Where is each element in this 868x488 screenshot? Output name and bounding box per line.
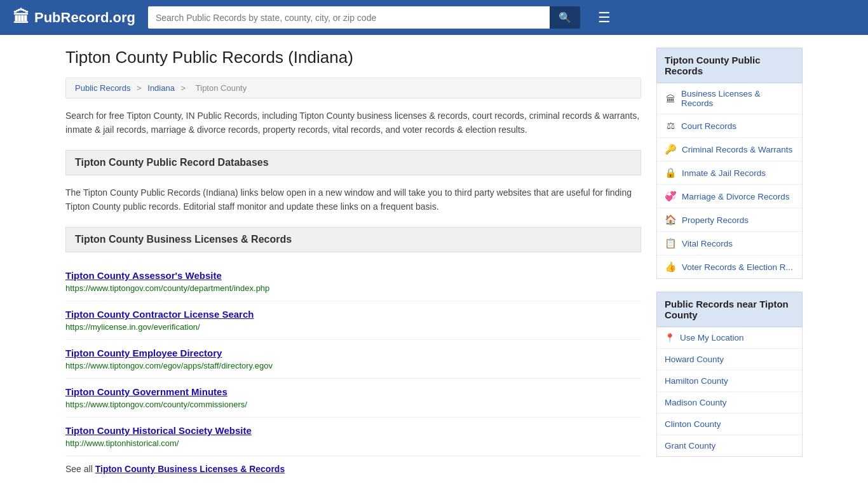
nearby-link-location[interactable]: 📍 Use My Location (657, 327, 802, 348)
nearby-section-title: Public Records near Tipton County (656, 292, 803, 327)
logo-text: PubRecord.org (34, 10, 135, 26)
record-entry-4: Tipton County Government Minutes https:/… (65, 379, 641, 417)
nearby-item-clinton: Clinton County (657, 414, 802, 435)
nearby-item-madison: Madison County (657, 392, 802, 414)
nearby-list: 📍 Use My Location Howard County Hamilton… (656, 327, 803, 457)
sidebar-item-marriage: 💞 Marriage & Divorce Records (657, 185, 802, 208)
databases-description: The Tipton County Public Records (Indian… (65, 186, 641, 214)
page-description: Search for free Tipton County, IN Public… (65, 109, 641, 137)
nearby-label-hamilton: Hamilton County (665, 376, 728, 386)
nearby-link-madison[interactable]: Madison County (657, 392, 802, 413)
nearby-label-madison: Madison County (665, 398, 727, 407)
breadcrumb-sep2: > (181, 83, 188, 93)
nearby-link-howard[interactable]: Howard County (657, 349, 802, 370)
logo-icon: 🏛 (13, 8, 29, 27)
nearby-link-hamilton[interactable]: Hamilton County (657, 370, 802, 391)
nearby-item-location: 📍 Use My Location (657, 327, 802, 349)
nearby-link-clinton[interactable]: Clinton County (657, 414, 802, 435)
sidebar-label-property: Property Records (682, 215, 749, 225)
content-area: Tipton County Public Records (Indiana) P… (65, 48, 641, 482)
record-link-2[interactable]: Tipton County Contractor License Search (65, 309, 641, 320)
record-url-4[interactable]: https://www.tiptongov.com/county/commiss… (65, 400, 247, 409)
breadcrumb-sep1: > (137, 83, 144, 93)
breadcrumb-tipton: Tipton County (196, 83, 247, 93)
breadcrumb-public-records[interactable]: Public Records (75, 83, 130, 93)
key-icon: 🔑 (665, 144, 677, 155)
house-icon: 🏠 (665, 214, 677, 226)
sidebar-link-criminal[interactable]: 🔑 Criminal Records & Warrants (657, 138, 802, 161)
sidebar-item-court: ⚖ Court Records (657, 114, 802, 138)
nearby-label-location: Use My Location (680, 333, 744, 342)
business-section-header: Tipton County Business Licenses & Record… (65, 227, 641, 252)
record-entry-1: Tipton County Assessor's Website https:/… (65, 262, 641, 301)
sidebar-label-criminal: Criminal Records & Warrants (682, 145, 792, 154)
sidebar-records-list: 🏛 Business Licenses & Records ⚖ Court Re… (656, 83, 803, 279)
sidebar-public-records-title: Tipton County Public Records (656, 48, 803, 83)
see-all-line: See all Tipton County Business Licenses … (65, 456, 641, 482)
sidebar-link-business[interactable]: 🏛 Business Licenses & Records (657, 83, 802, 114)
nearby-item-howard: Howard County (657, 349, 802, 370)
record-url-5[interactable]: http://www.tiptonhistorical.com/ (65, 438, 179, 448)
sidebar-item-property: 🏠 Property Records (657, 208, 802, 232)
scales-icon: ⚖ (665, 120, 676, 132)
page-title: Tipton County Public Records (Indiana) (65, 48, 641, 67)
sidebar-label-business: Business Licenses & Records (681, 89, 794, 108)
sidebar-label-marriage: Marriage & Divorce Records (682, 192, 790, 201)
record-entry-3: Tipton County Employee Directory https:/… (65, 340, 641, 379)
location-pin-icon: 📍 (665, 333, 675, 342)
thumbsup-icon: 👍 (665, 261, 677, 273)
record-link-1[interactable]: Tipton County Assessor's Website (65, 270, 641, 281)
record-entry-5: Tipton County Historical Society Website… (65, 417, 641, 456)
record-entry-2: Tipton County Contractor License Search … (65, 301, 641, 340)
sidebar-label-voter: Voter Records & Election R... (682, 262, 793, 272)
record-url-3[interactable]: https://www.tiptongov.com/egov/apps/staf… (65, 361, 273, 370)
sidebar-link-inmate[interactable]: 🔒 Inmate & Jail Records (657, 161, 802, 184)
search-icon: 🔍 (559, 12, 571, 23)
see-all-link[interactable]: Tipton County Business Licenses & Record… (95, 464, 285, 474)
search-bar: 🔍 (148, 6, 580, 29)
record-link-5[interactable]: Tipton County Historical Society Website (65, 425, 641, 436)
sidebar-link-voter[interactable]: 👍 Voter Records & Election R... (657, 255, 802, 278)
menu-button[interactable]: ☰ (593, 7, 616, 29)
sidebar-label-inmate: Inmate & Jail Records (682, 168, 766, 178)
site-header: 🏛 PubRecord.org 🔍 ☰ (0, 0, 868, 35)
menu-icon: ☰ (598, 10, 611, 25)
rings-icon: 💞 (665, 191, 677, 202)
sidebar-label-court: Court Records (681, 121, 736, 131)
see-all-prefix: See all (65, 464, 95, 474)
nearby-label-grant: Grant County (665, 441, 715, 451)
sidebar-link-court[interactable]: ⚖ Court Records (657, 114, 802, 137)
sidebar-item-criminal: 🔑 Criminal Records & Warrants (657, 138, 802, 161)
record-link-4[interactable]: Tipton County Government Minutes (65, 386, 641, 397)
sidebar-item-business: 🏛 Business Licenses & Records (657, 83, 802, 114)
sidebar-link-property[interactable]: 🏠 Property Records (657, 208, 802, 231)
breadcrumb: Public Records > Indiana > Tipton County (65, 78, 641, 98)
sidebar-label-vital: Vital Records (682, 239, 733, 248)
sidebar-link-marriage[interactable]: 💞 Marriage & Divorce Records (657, 185, 802, 208)
nearby-item-grant: Grant County (657, 435, 802, 456)
lock-icon: 🔒 (665, 167, 677, 179)
record-url-1[interactable]: https://www.tiptongov.com/county/departm… (65, 283, 269, 293)
sidebar: Tipton County Public Records 🏛 Business … (656, 48, 803, 482)
search-button[interactable]: 🔍 (550, 6, 580, 29)
nearby-link-grant[interactable]: Grant County (657, 435, 802, 456)
breadcrumb-indiana[interactable]: Indiana (147, 83, 175, 93)
clipboard-icon: 📋 (665, 238, 677, 249)
sidebar-item-vital: 📋 Vital Records (657, 232, 802, 255)
building-icon: 🏛 (665, 93, 676, 104)
sidebar-item-inmate: 🔒 Inmate & Jail Records (657, 161, 802, 185)
record-url-2[interactable]: https://mylicense.in.gov/everification/ (65, 322, 200, 332)
sidebar-link-vital[interactable]: 📋 Vital Records (657, 232, 802, 255)
nearby-item-hamilton: Hamilton County (657, 370, 802, 392)
search-input[interactable] (148, 6, 550, 29)
nearby-label-clinton: Clinton County (665, 419, 721, 429)
site-logo[interactable]: 🏛 PubRecord.org (13, 8, 135, 27)
databases-section-header: Tipton County Public Record Databases (65, 150, 641, 175)
main-container: Tipton County Public Records (Indiana) P… (53, 35, 815, 488)
nearby-label-howard: Howard County (665, 355, 724, 364)
record-link-3[interactable]: Tipton County Employee Directory (65, 348, 641, 358)
sidebar-item-voter: 👍 Voter Records & Election R... (657, 255, 802, 278)
